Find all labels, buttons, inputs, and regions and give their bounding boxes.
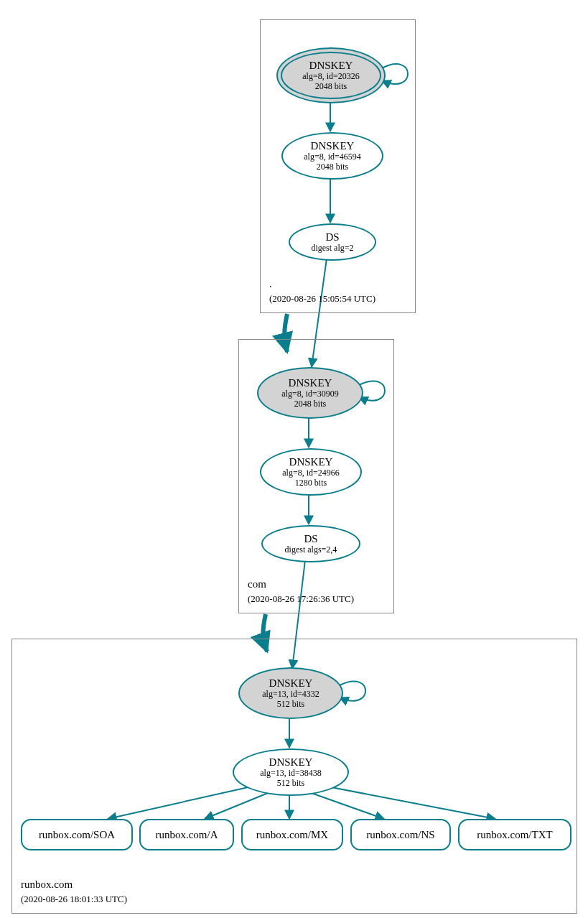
node-detail: 2048 bits xyxy=(294,399,326,409)
node-detail: 2048 bits xyxy=(302,82,360,92)
zone-ts-com: (2020-08-26 17:26:36 UTC) xyxy=(248,593,354,604)
rrset-label: runbox.com/TXT xyxy=(477,829,552,841)
node-detail: 512 bits xyxy=(277,700,304,710)
node-com-ds: DS digest algs=2,4 xyxy=(261,525,360,562)
node-detail: alg=8, id=46594 xyxy=(304,152,361,162)
node-root-ksk: DNSKEY alg=8, id=20326 2048 bits xyxy=(276,47,386,103)
node-title: DNSKEY xyxy=(269,756,313,769)
node-title: DNSKEY xyxy=(302,60,360,72)
node-detail: 2048 bits xyxy=(317,162,348,172)
node-com-ksk: DNSKEY alg=8, id=30909 2048 bits xyxy=(257,367,363,419)
node-title: DS xyxy=(304,533,317,545)
rrset-txt: runbox.com/TXT xyxy=(458,819,571,850)
node-com-zsk: DNSKEY alg=8, id=24966 1280 bits xyxy=(260,448,362,496)
node-detail: 1280 bits xyxy=(295,478,327,488)
zone-name-com: com xyxy=(248,578,266,590)
node-title: DNSKEY xyxy=(311,140,355,152)
node-detail: alg=13, id=4332 xyxy=(262,690,319,700)
node-detail: 512 bits xyxy=(277,779,304,789)
zone-name-root: . xyxy=(269,278,272,289)
rrset-a: runbox.com/A xyxy=(139,819,234,850)
node-root-zsk: DNSKEY alg=8, id=46594 2048 bits xyxy=(281,132,383,180)
node-title: DNSKEY xyxy=(289,456,333,468)
rrset-label: runbox.com/NS xyxy=(366,829,434,841)
node-root-ds: DS digest alg=2 xyxy=(289,223,376,261)
rrset-label: runbox.com/MX xyxy=(256,829,328,841)
node-detail: digest alg=2 xyxy=(311,244,353,254)
node-detail: alg=8, id=20326 xyxy=(302,72,360,82)
rrset-mx: runbox.com/MX xyxy=(241,819,343,850)
node-title: DNSKEY xyxy=(289,377,332,389)
rrset-ns: runbox.com/NS xyxy=(350,819,451,850)
rrset-label: runbox.com/SOA xyxy=(39,829,115,841)
node-detail: alg=13, id=38438 xyxy=(260,769,322,779)
zone-label-root: . (2020-08-26 15:05:54 UTC) xyxy=(269,277,375,305)
zone-name-runbox: runbox.com xyxy=(21,878,73,890)
zone-label-runbox: runbox.com (2020-08-26 18:01:33 UTC) xyxy=(21,878,127,906)
node-title: DNSKEY xyxy=(269,677,313,690)
zone-label-com: com (2020-08-26 17:26:36 UTC) xyxy=(248,578,354,606)
node-detail: digest algs=2,4 xyxy=(285,545,337,555)
zone-ts-root: (2020-08-26 15:05:54 UTC) xyxy=(269,293,375,304)
node-detail: alg=8, id=30909 xyxy=(281,389,339,399)
node-detail: alg=8, id=24966 xyxy=(282,468,340,478)
rrset-label: runbox.com/A xyxy=(155,829,218,841)
node-runbox-ksk: DNSKEY alg=13, id=4332 512 bits xyxy=(238,667,343,719)
node-runbox-zsk: DNSKEY alg=13, id=38438 512 bits xyxy=(233,748,349,796)
rrset-soa: runbox.com/SOA xyxy=(21,819,133,850)
zone-ts-runbox: (2020-08-26 18:01:33 UTC) xyxy=(21,894,127,904)
node-title: DS xyxy=(325,231,339,244)
